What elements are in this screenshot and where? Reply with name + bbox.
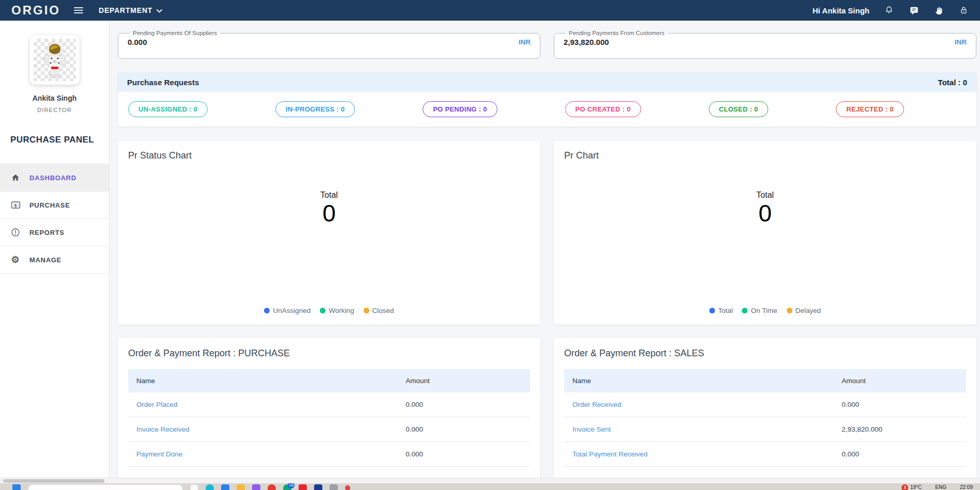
legend-delayed[interactable]: Delayed xyxy=(787,307,821,314)
gear-icon: ⚙ xyxy=(10,255,21,265)
taskbar-search-box[interactable] xyxy=(28,484,183,490)
column-name: Name xyxy=(128,369,397,392)
column-name: Name xyxy=(564,369,833,392)
chat-icon[interactable] xyxy=(909,5,919,15)
pending-customers-field: Pending Payments From Customers 2,93,820… xyxy=(554,30,976,59)
table-row: Payment Done 0.000 xyxy=(128,442,530,467)
field-value: 2,93,820.000 xyxy=(564,38,609,46)
report-sales-card: Order & Payment Report : SALES Name Amou… xyxy=(554,338,976,490)
amount-cell: 0.000 xyxy=(397,392,530,417)
taskbar-app-icon[interactable] xyxy=(268,484,276,490)
cash-icon: $ xyxy=(10,200,21,210)
taskbar-app-icon[interactable] xyxy=(330,484,338,490)
orgio-logo: ORGIO xyxy=(11,4,60,17)
invoice-sent-link[interactable]: Invoice Sent xyxy=(572,425,611,433)
lock-icon[interactable] xyxy=(958,5,969,15)
taskbar-app-icon[interactable] xyxy=(221,484,229,490)
start-icon[interactable] xyxy=(12,484,21,490)
currency-label: INR xyxy=(519,38,531,46)
column-amount: Amount xyxy=(833,369,966,392)
avatar xyxy=(34,39,76,81)
legend-unassigned[interactable]: UnAssigned xyxy=(264,307,310,314)
sidebar-item-dashboard[interactable]: DASHBOARD xyxy=(0,164,109,192)
amount-cell: 0.000 xyxy=(833,442,966,467)
chart-title: Pr Status Chart xyxy=(118,141,540,170)
sidebar-item-label: REPORTS xyxy=(29,229,65,236)
sidebar-item-reports[interactable]: REPORTS xyxy=(0,219,109,246)
department-menu[interactable]: DEPARTMENT xyxy=(99,6,162,14)
legend-closed[interactable]: Closed xyxy=(364,307,394,314)
taskbar-app-icon[interactable] xyxy=(299,484,307,490)
field-label: Pending Payments Of Suppliers xyxy=(130,30,220,36)
legend-total[interactable]: Total xyxy=(709,307,733,314)
department-label: DEPARTMENT xyxy=(99,6,152,14)
clock[interactable]: 22:09 xyxy=(960,484,973,490)
taskbar-app-icon[interactable] xyxy=(314,484,322,490)
payment-done-link[interactable]: Payment Done xyxy=(136,450,182,458)
order-placed-link[interactable]: Order Placed xyxy=(136,401,178,408)
taskbar-app-icon[interactable] xyxy=(252,484,260,490)
table-row: Order Received 0.000 xyxy=(564,392,966,417)
field-value: 0.000 xyxy=(128,38,147,46)
notification-badge: 18 xyxy=(288,483,294,488)
pending-suppliers-field: Pending Payments Of Suppliers 0.000 INR xyxy=(118,30,540,59)
chart-total: Total 0 xyxy=(118,191,540,227)
taskbar-app-icon[interactable] xyxy=(206,484,214,490)
purchase-requests-card: Purchase Requests Total : 0 UN-ASSIGNED … xyxy=(118,72,976,127)
avatar-card xyxy=(30,35,80,85)
legend-dot xyxy=(264,308,270,313)
invoice-received-link[interactable]: Invoice Received xyxy=(136,425,190,433)
badge-closed[interactable]: CLOSED : 0 xyxy=(709,101,769,117)
badge-po-created[interactable]: PO CREATED : 0 xyxy=(565,101,641,117)
main-content: Pending Payments Of Suppliers 0.000 INR … xyxy=(110,21,980,490)
sidebar-item-purchase[interactable]: $ PURCHASE xyxy=(0,192,109,219)
table-title: Order & Payment Report : SALES xyxy=(554,338,976,364)
amount-cell: 0.000 xyxy=(833,392,966,417)
amount-cell: 0.000 xyxy=(397,417,530,442)
chart-total-value: 0 xyxy=(554,200,976,227)
language-indicator[interactable]: ENG xyxy=(935,484,946,490)
taskbar-app-icon[interactable] xyxy=(190,484,198,490)
taskbar-app-icon[interactable] xyxy=(345,485,350,490)
amount-cell: 2,93,820.000 xyxy=(833,417,966,442)
menu-icon[interactable] xyxy=(74,7,83,13)
purchase-requests-total: Total : 0 xyxy=(938,78,967,87)
taskbar-app-icon[interactable]: 18 xyxy=(283,484,291,490)
chevron-down-icon xyxy=(157,6,162,14)
table-row: Total Payment Received 0.000 xyxy=(564,442,966,467)
legend-on-time[interactable]: On Time xyxy=(742,307,777,314)
astronaut-illustration xyxy=(38,41,71,78)
chart-legend: Total On Time Delayed xyxy=(554,307,976,314)
purchase-report-table: Name Amount Order Placed 0.000 Invoice R… xyxy=(128,369,530,467)
column-amount: Amount xyxy=(397,369,530,392)
field-label: Pending Payments From Customers xyxy=(566,30,667,36)
hand-icon[interactable] xyxy=(934,5,944,15)
user-greeting: Hi Ankita Singh xyxy=(813,6,869,15)
folder-icon[interactable] xyxy=(237,484,245,490)
badge-po-pending[interactable]: PO PENDING : 0 xyxy=(423,101,497,117)
chart-total-label: Total xyxy=(554,191,976,200)
order-received-link[interactable]: Order Received xyxy=(572,401,621,408)
pr-chart-card: Pr Chart Total 0 Total On Time Delayed xyxy=(554,141,976,325)
amount-cell: 0.000 xyxy=(397,442,530,467)
windows-taskbar: 18 3 19°C ENG 22:09 xyxy=(0,483,980,490)
table-title: Order & Payment Report : PURCHASE xyxy=(118,338,540,364)
bell-icon[interactable] xyxy=(884,5,894,15)
weather-widget[interactable]: 3 19°C xyxy=(901,484,922,490)
sales-report-table: Name Amount Order Received 0.000 Invoice… xyxy=(564,369,966,467)
top-navbar: ORGIO DEPARTMENT Hi Ankita Singh xyxy=(0,0,980,21)
report-purchase-card: Order & Payment Report : PURCHASE Name A… xyxy=(118,338,540,490)
sidebar-item-manage[interactable]: ⚙ MANAGE xyxy=(0,246,109,274)
table-row: Invoice Sent 2,93,820.000 xyxy=(564,417,966,442)
svg-text:$: $ xyxy=(14,202,17,208)
badge-rejected[interactable]: REJECTED : 0 xyxy=(836,101,904,117)
total-payment-received-link[interactable]: Total Payment Received xyxy=(572,450,648,458)
legend-working[interactable]: Working xyxy=(320,307,354,314)
badge-inprogress[interactable]: IN-PROGRESS : 0 xyxy=(275,101,355,117)
horizontal-scrollbar[interactable] xyxy=(0,478,980,483)
badge-unassigned[interactable]: UN-ASSIGNED : 0 xyxy=(128,101,208,117)
sidebar-nav: DASHBOARD $ PURCHASE REPORTS ⚙ MANAGE xyxy=(0,164,109,274)
purchase-requests-title: Purchase Requests xyxy=(127,78,199,87)
scrollbar-thumb[interactable] xyxy=(3,479,104,483)
sidebar-item-label: MANAGE xyxy=(29,256,61,264)
